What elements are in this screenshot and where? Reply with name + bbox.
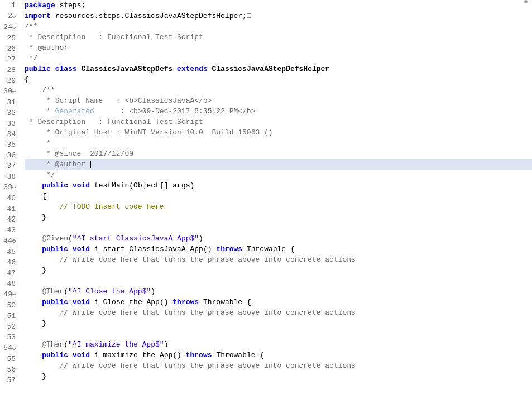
line-number: 32	[2, 108, 16, 118]
line-number: 53	[2, 332, 16, 343]
line-number: 28	[2, 65, 16, 75]
code-line[interactable]: package steps;	[25, 0, 532, 11]
line-number: 1	[2, 0, 16, 11]
line-number: 45	[2, 247, 16, 257]
line-number: 43	[2, 225, 16, 235]
code-line[interactable]: * @author	[25, 42, 532, 53]
line-number: 26	[2, 44, 16, 54]
code-line[interactable]: public void i_start_ClassicsJavaA_App() …	[25, 244, 532, 254]
line-number: 37	[2, 161, 16, 171]
line-numbers: 12⊖24⊖252627282930⊖313233343536373839⊖40…	[0, 0, 20, 409]
code-line[interactable]: * Description : Functional Test Script	[25, 117, 532, 127]
line-number: 31	[2, 97, 16, 108]
line-number: 39⊖	[2, 182, 16, 193]
code-line[interactable]: }	[25, 371, 532, 382]
line-number: 49⊖	[2, 289, 16, 300]
code-line[interactable]: public void i_Close_the_App() throws Thr…	[25, 297, 532, 307]
line-number: 33	[2, 118, 16, 129]
code-line[interactable]: // TODO Insert code here	[25, 201, 532, 212]
code-line[interactable]: // Write code here that turns the phrase…	[25, 307, 532, 318]
line-number: 52	[2, 321, 16, 332]
code-line[interactable]: * Original Host : WinNT Version 10.0 Bui…	[25, 127, 532, 138]
line-number: 56	[2, 364, 16, 375]
code-line[interactable]: @Then("^I maximize the App$")	[25, 339, 532, 350]
code-line[interactable]: public void i_maximize_the_App() throws …	[25, 350, 532, 360]
line-number: 51	[2, 311, 16, 321]
code-line[interactable]: *	[25, 138, 532, 148]
code-line[interactable]: @Then("^I Close the App$")	[25, 286, 532, 297]
code-line[interactable]: public class ClassicsJavaAStepDefs exten…	[25, 64, 532, 74]
code-line[interactable]: public void testMain(Object[] args)	[25, 180, 532, 191]
code-line[interactable]: * Description : Functional Test Script	[25, 32, 532, 42]
line-number: 46	[2, 257, 16, 268]
code-line[interactable]: }	[25, 318, 532, 329]
line-number: 29	[2, 75, 16, 86]
code-line[interactable]: */	[25, 53, 532, 64]
line-number: 47	[2, 268, 16, 278]
line-number: 40	[2, 193, 16, 204]
code-line[interactable]: /**	[25, 85, 532, 95]
line-number: 57	[2, 375, 16, 386]
line-number: 27	[2, 54, 16, 65]
code-line[interactable]: */	[25, 170, 532, 180]
code-line[interactable]: * @author	[25, 159, 532, 170]
code-line[interactable]: // Write code here that turns the phrase…	[25, 254, 532, 265]
line-number: 41	[2, 204, 16, 214]
code-line[interactable]: import resources.steps.ClassicsJavaAStep…	[25, 11, 532, 21]
line-number: 38	[2, 171, 16, 182]
code-line[interactable]: {	[25, 191, 532, 201]
code-line[interactable]: // Write code here that turns the phrase…	[25, 360, 532, 371]
code-content[interactable]: package steps;import resources.steps.Cla…	[20, 0, 532, 409]
code-line[interactable]: * Script Name : <b>ClassicsJavaA</b>	[25, 95, 532, 106]
line-number: 24⊖	[2, 22, 16, 33]
line-number: 55	[2, 354, 16, 364]
code-line[interactable]: * @since 2017/12/09	[25, 148, 532, 159]
code-line[interactable]: /**	[25, 21, 532, 32]
code-line[interactable]: @Given("^I start ClassicsJavaA App$")	[25, 233, 532, 244]
line-number: 50	[2, 300, 16, 311]
code-line[interactable]: }	[25, 265, 532, 276]
code-editor: 12⊖24⊖252627282930⊖313233343536373839⊖40…	[0, 0, 532, 409]
line-number: 48	[2, 278, 16, 289]
line-number: 54⊖	[2, 343, 16, 354]
scroll-indicator	[524, 0, 528, 3]
line-number: 2⊖	[2, 11, 16, 22]
line-number: 34	[2, 129, 16, 139]
code-line[interactable]: {	[25, 74, 532, 85]
code-line[interactable]	[25, 276, 532, 286]
code-line[interactable]: }	[25, 212, 532, 223]
line-number: 35	[2, 139, 16, 150]
code-line[interactable]: * Generated : <b>09-Dec-2017 5:35:22 PM<…	[25, 106, 532, 117]
line-number: 25	[2, 33, 16, 44]
line-number: 44⊖	[2, 235, 16, 247]
line-number: 36	[2, 150, 16, 161]
line-number: 42	[2, 214, 16, 225]
code-line[interactable]	[25, 223, 532, 233]
line-number: 30⊖	[2, 86, 16, 97]
code-line[interactable]	[25, 329, 532, 339]
